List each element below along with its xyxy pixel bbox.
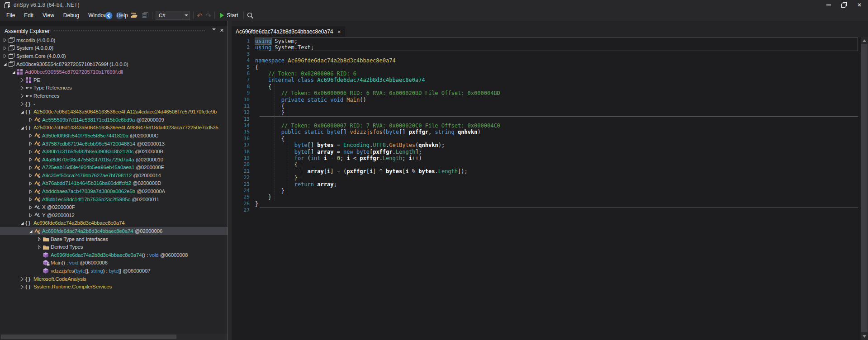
tree-row[interactable]: Y @02000012	[0, 211, 228, 219]
tree-row[interactable]: mscorlib (4.0.0.0)	[0, 36, 228, 44]
expander-collapsed-icon[interactable]	[19, 101, 25, 107]
code-line[interactable]: 26}	[232, 201, 868, 207]
code-line[interactable]: 23 return array;	[232, 181, 868, 188]
expander-collapsed-icon[interactable]	[28, 141, 34, 146]
vscroll-thumb[interactable]	[861, 44, 868, 332]
expander-collapsed-icon[interactable]	[2, 37, 8, 43]
tree-row[interactable]: References	[0, 92, 228, 100]
code-line[interactable]: 4namespace Ac696fde6dac74a2b8d3c4bbaec8e…	[232, 57, 868, 64]
tree-row[interactable]: Ac696fde6dac74a2b8d3c4bbaec8e0a74 @02000…	[0, 227, 228, 235]
tree-row[interactable]: PE	[0, 76, 228, 84]
menu-edit[interactable]: Edit	[19, 10, 38, 21]
code-line[interactable]: 24 }	[232, 188, 868, 194]
code-line[interactable]: 27	[232, 207, 868, 213]
redo-button[interactable]: ↷	[206, 12, 212, 19]
code-line[interactable]: 14 // Token: 0x06000007 RID: 7 RVA: 0x00…	[232, 123, 868, 129]
menu-file[interactable]: File	[2, 10, 19, 21]
navigate-back-button[interactable]	[105, 12, 113, 19]
open-file-button[interactable]	[130, 12, 138, 19]
tree-row[interactable]: Ab76abdd7141b4645b316ba60ddffcfd2 @02000…	[0, 179, 228, 188]
code-line[interactable]: 2using System.Text;	[232, 44, 868, 51]
expander-collapsed-icon[interactable]	[28, 165, 34, 170]
code-line[interactable]: 18 byte[] array = new byte[pxffgr.Length…	[232, 149, 868, 155]
tree-hscroll-thumb[interactable]	[1, 335, 176, 339]
tree-horizontal-scrollbar[interactable]	[0, 334, 228, 340]
tree-row[interactable]: { }A25000c7c06d14343a50645163536ee4f.A12…	[0, 108, 228, 116]
tree-row[interactable]: Derived Types	[0, 243, 228, 251]
code-line[interactable]: 19 for (int i = 0; i < pxffgr.Length; i+…	[232, 155, 868, 161]
code-editor[interactable]: 1using System;2using System.Text;34names…	[232, 37, 868, 340]
expander-collapsed-icon[interactable]	[28, 180, 34, 186]
expander-collapsed-icon[interactable]	[28, 117, 34, 123]
code-line[interactable]: 3	[232, 51, 868, 57]
expander-collapsed-icon[interactable]	[19, 85, 25, 91]
expander-collapsed-icon[interactable]	[36, 244, 43, 250]
language-selector-dropdown-button[interactable]	[183, 11, 190, 19]
tree-row[interactable]: A9c30ef50cca2479bb7627ae7bf798112 @02000…	[0, 171, 228, 179]
expander-collapsed-icon[interactable]	[28, 189, 34, 194]
tree-row[interactable]: A725eab16d5fe4904b5ea96eb45a0aea1 @02000…	[0, 164, 228, 172]
code-line[interactable]: 21 array[i] = (pxffgr[i] ^ bytes[i % byt…	[232, 168, 868, 175]
panel-splitter[interactable]	[228, 21, 232, 340]
save-all-button[interactable]	[142, 12, 149, 19]
tree-row[interactable]: X @0200000F	[0, 203, 228, 211]
expander-collapsed-icon[interactable]	[19, 276, 25, 282]
code-line[interactable]: 6 // Token: 0x02000006 RID: 6	[232, 71, 868, 77]
code-line[interactable]: 11 {	[232, 103, 868, 109]
code-line[interactable]: 10 private static void Main()	[232, 97, 868, 103]
search-assemblies-button[interactable]	[247, 12, 254, 19]
code-line[interactable]: 25 }	[232, 194, 868, 200]
tree-row[interactable]: { }A25000c7c06d14343a50645163536ee4f.Af8…	[0, 124, 228, 132]
expander-collapsed-icon[interactable]	[19, 93, 25, 99]
tree-row[interactable]: Base Type and Interfaces	[0, 235, 228, 243]
tree-row[interactable]: System.Core (4.0.0.0)	[0, 52, 228, 60]
language-selector[interactable]: C#	[156, 11, 190, 20]
tree-row[interactable]: vdzzzjsfos(byte[], string) : byte[] @060…	[0, 267, 228, 275]
tree-row[interactable]: Type References	[0, 84, 228, 92]
tree-row[interactable]: Ad00bce9305554c87927205710b17699f.dll	[0, 68, 228, 76]
code-line[interactable]: 12 }	[232, 109, 868, 116]
expander-expanded-icon[interactable]	[28, 228, 34, 234]
expander-expanded-icon[interactable]	[10, 69, 17, 75]
panel-close-button[interactable]: ✕	[220, 28, 224, 33]
code-line[interactable]: 17 byte[] bytes = Encoding.UTF8.GetBytes…	[232, 142, 868, 148]
tree-row[interactable]: System (4.0.0.0)	[0, 44, 228, 52]
expander-collapsed-icon[interactable]	[28, 149, 34, 155]
expander-collapsed-icon[interactable]	[28, 172, 34, 178]
expander-expanded-icon[interactable]	[2, 61, 8, 67]
code-line[interactable]: 8 {	[232, 84, 868, 90]
expander-expanded-icon[interactable]	[19, 220, 25, 226]
tree-row[interactable]: A37587cdb67194e8cbb96e54720048814 @02000…	[0, 140, 228, 148]
tree-row[interactable]: Abddcbaea7acb47039a7d3800a0862e5b @02000…	[0, 187, 228, 195]
expander-collapsed-icon[interactable]	[28, 196, 34, 202]
code-line[interactable]: 20 {	[232, 161, 868, 168]
scroll-down-icon[interactable]	[863, 335, 866, 338]
expander-collapsed-icon[interactable]	[19, 77, 25, 83]
editor-vertical-scrollbar[interactable]	[861, 37, 868, 340]
code-line[interactable]: 7 internal class Ac696fde6dac74a2b8d3c4b…	[232, 77, 868, 83]
tree-row[interactable]: A4af8d670e08c47558247018a729d7a4a @02000…	[0, 156, 228, 164]
expander-collapsed-icon[interactable]	[36, 236, 43, 242]
expander-collapsed-icon[interactable]	[28, 204, 34, 210]
code-line[interactable]: 9 // Token: 0x06000006 RID: 6 RVA: 0x000…	[232, 90, 868, 96]
close-button[interactable]: ✕	[852, 0, 867, 10]
tree-row[interactable]: Ae555509b7d114e538171cd15b0c6bd9a @02000…	[0, 116, 228, 124]
tree-row[interactable]: Ac696fde6dac74a2b8d3c4bbaec8e0a74() : vo…	[0, 251, 228, 259]
tree-row[interactable]: Af8db1ec58dc14f17b7535b23c2f5985c @02000…	[0, 195, 228, 203]
tree-row[interactable]: Main() : void @06000006	[0, 259, 228, 267]
tree-row[interactable]: Ad00bce9305554c87927205710b17699f (1.0.0…	[0, 60, 228, 68]
minimize-button[interactable]	[821, 0, 836, 10]
expander-collapsed-icon[interactable]	[28, 132, 34, 138]
expander-collapsed-icon[interactable]	[19, 284, 25, 290]
code-line[interactable]: 22 }	[232, 175, 868, 181]
expander-expanded-icon[interactable]	[19, 125, 25, 131]
document-tab[interactable]: Ac696fde6dac74a2b8d3c4bbaec8e0a74 ✕	[232, 26, 345, 37]
start-debug-button[interactable]: Start	[218, 12, 240, 19]
undo-button[interactable]: ↶	[197, 12, 203, 19]
tab-close-icon[interactable]: ✕	[337, 29, 341, 34]
code-line[interactable]: 16 {	[232, 136, 868, 142]
tree-row[interactable]: A380b1c31b5f5482b8ea39083c8b2120c @02000…	[0, 147, 228, 156]
expander-collapsed-icon[interactable]	[28, 156, 34, 162]
scroll-up-icon[interactable]	[863, 39, 866, 42]
tree-row[interactable]: { }Microsoft.CodeAnalysis	[0, 275, 228, 283]
